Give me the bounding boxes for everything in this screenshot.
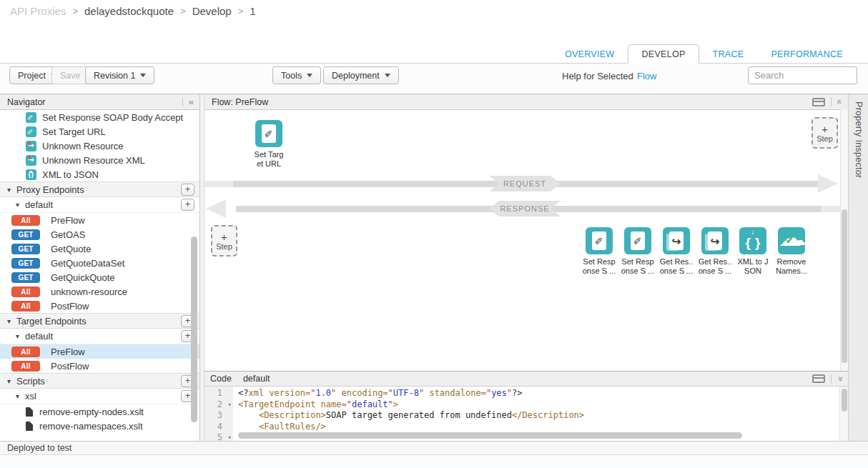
method-badge: All <box>11 347 40 357</box>
chevron-expanded-icon: ▾ <box>7 186 11 194</box>
file-icon <box>26 407 33 417</box>
flow-item-unknown-resource[interactable]: Allunknown-resource <box>0 284 199 299</box>
step-label: Remove Names... <box>776 257 807 276</box>
add-proxy-endpoints-button[interactable]: + <box>181 184 194 196</box>
group-row-target-endpoints[interactable]: ▾default+ <box>0 329 199 344</box>
response-step-1[interactable]: ✎Set Resp onse S ... <box>580 227 618 276</box>
navigator-scrollbar-thumb[interactable] <box>191 237 197 422</box>
script-file-item[interactable]: remove-namespaces.xslt <box>0 419 199 433</box>
revision-menu-button[interactable]: Revision 1 <box>85 66 154 84</box>
property-inspector-strip[interactable]: Property Inspector <box>848 94 868 441</box>
code-token: > <box>393 399 398 409</box>
flow-item-getquote[interactable]: GETGetQuote <box>0 242 199 256</box>
flow-item-getoas[interactable]: GETGetOAS <box>0 227 199 242</box>
response-banner: RESPONSE <box>489 201 561 216</box>
arrow-glyph: ↪ <box>711 236 720 247</box>
policy-label: XML to JSON <box>42 169 99 180</box>
code-editor[interactable]: 12▾345▾ <?xml version="1.0" encoding="UT… <box>204 387 840 441</box>
code-panel-header: Code default « <box>204 372 848 387</box>
request-step-set-target-url[interactable]: ✎Set Targ et URL <box>250 120 288 169</box>
group-row-proxy-endpoints[interactable]: ▾default+ <box>0 197 199 213</box>
code-token: default <box>352 399 388 409</box>
fold-toggle-icon[interactable]: ▾ <box>228 432 232 441</box>
breadcrumb-item[interactable]: Develop <box>192 5 232 17</box>
response-step-6[interactable]: ☁☁✔Remove Names... <box>772 227 811 276</box>
add-step-label: Step <box>817 135 833 143</box>
fold-toggle-icon[interactable]: ▾ <box>228 399 232 411</box>
check-glyph: ✔ <box>786 235 794 246</box>
divider <box>182 97 183 106</box>
flow-item-getquotedataset[interactable]: GETGetQuoteDataSet <box>0 256 199 270</box>
add-step-button-request[interactable]: + Step <box>812 117 838 149</box>
chevron-expanded-icon: ▾ <box>16 392 19 400</box>
split-pane-icon[interactable] <box>812 374 825 383</box>
code-token: name= <box>321 399 347 409</box>
collapse-up-icon[interactable]: « <box>834 99 845 104</box>
add-step-button-response[interactable]: + Step <box>211 225 237 257</box>
save-button[interactable]: Save <box>51 66 89 84</box>
code-token: SOAP target generated from undefined <box>326 410 512 420</box>
status-bar: Deployed to test <box>0 441 868 455</box>
down-arrow-glyph: ↓ <box>739 229 766 236</box>
code-hscrollbar-thumb[interactable] <box>238 432 742 439</box>
flow-item-preflow[interactable]: AllPreFlow <box>0 213 199 227</box>
tools-menu-button[interactable]: Tools <box>272 66 321 84</box>
flow-name: GetQuoteDataSet <box>51 258 124 269</box>
policy-item[interactable]: {}XML to JSON <box>0 167 199 181</box>
add-flow-button[interactable]: + <box>181 199 194 211</box>
method-badge: All <box>11 287 40 297</box>
split-pane-icon[interactable] <box>812 98 825 106</box>
code-vscrollbar-thumb[interactable] <box>842 389 847 412</box>
toolbar: Project Save Revision 1 Tools Deployment… <box>0 64 868 94</box>
flow-item-postflow[interactable]: AllPostFlow <box>0 359 199 373</box>
brace-glyph: } <box>755 236 760 249</box>
code-file-tab[interactable]: default <box>243 374 270 384</box>
breadcrumb-separator: > <box>72 6 78 16</box>
breadcrumb-item[interactable]: API Proxies <box>10 5 66 17</box>
code-token <box>336 388 341 398</box>
search-input[interactable] <box>748 66 857 84</box>
section-header-target-endpoints[interactable]: ▾Target Endpoints+ <box>0 313 199 329</box>
policy-item[interactable]: ↪Unknown Resource XML <box>0 153 199 167</box>
policy-label: Set Response SOAP Body Accept <box>42 112 183 123</box>
deployment-menu-button[interactable]: Deployment <box>323 66 399 84</box>
request-arrow-icon <box>818 174 838 193</box>
tab-performance[interactable]: PERFORMANCE <box>757 44 857 64</box>
code-token: " <box>507 388 512 398</box>
deployment-menu-label: Deployment <box>332 71 380 81</box>
group-name: xsl <box>25 391 36 402</box>
response-step-2[interactable]: ✎Set Resp onse S ... <box>618 227 657 276</box>
flow-name: PostFlow <box>51 301 89 312</box>
response-step-5[interactable]: ↓{}XML to J SON <box>734 227 772 276</box>
divider <box>831 374 832 384</box>
tab-overview[interactable]: OVERVIEW <box>551 44 628 64</box>
section-header-proxy-endpoints[interactable]: ▾Proxy Endpoints+ <box>0 181 199 197</box>
navigator-title: Navigator <box>7 97 46 107</box>
flow-item-preflow[interactable]: AllPreFlow <box>0 344 199 359</box>
policy-item[interactable]: ↪Unknown Resource <box>0 139 199 153</box>
dot <box>30 171 32 173</box>
tab-trace[interactable]: TRACE <box>699 44 758 64</box>
breadcrumb-item[interactable]: 1 <box>250 5 255 17</box>
section-header-scripts[interactable]: ▾Scripts+ <box>0 373 199 389</box>
flow-item-postflow[interactable]: AllPostFlow <box>0 299 199 313</box>
canvas-scrollbar[interactable] <box>840 109 848 371</box>
raise-fault-icon: ↪ <box>26 155 36 166</box>
group-name: default <box>25 331 53 342</box>
policy-item[interactable]: ✎Set Response SOAP Body Accept <box>0 110 199 124</box>
collapse-down-icon[interactable]: « <box>834 376 845 381</box>
tab-develop[interactable]: DEVELOP <box>628 44 699 64</box>
flow-item-getquickquote[interactable]: GETGetQuickQuote <box>0 270 199 284</box>
fault-dot <box>28 156 31 159</box>
step-label: Get Res.. onse S ... <box>660 257 693 276</box>
help-flow-link[interactable]: Flow <box>637 71 656 81</box>
policy-item[interactable]: ✎Set Target URL <box>0 124 199 139</box>
response-step-4[interactable]: ↪Get Res.. onse S ... <box>696 227 734 276</box>
breadcrumb-item[interactable]: delayedstockquote <box>84 5 174 17</box>
script-file-item[interactable]: remove-empty-nodes.xslt <box>0 404 199 419</box>
collapse-panel-icon[interactable]: « <box>189 96 194 107</box>
canvas-scrollbar-thumb[interactable] <box>842 209 847 363</box>
response-step-3[interactable]: ↪Get Res.. onse S ... <box>657 227 696 276</box>
group-row-scripts[interactable]: ▾xsl+ <box>0 389 199 404</box>
code-token: UTF-8 <box>393 388 419 398</box>
